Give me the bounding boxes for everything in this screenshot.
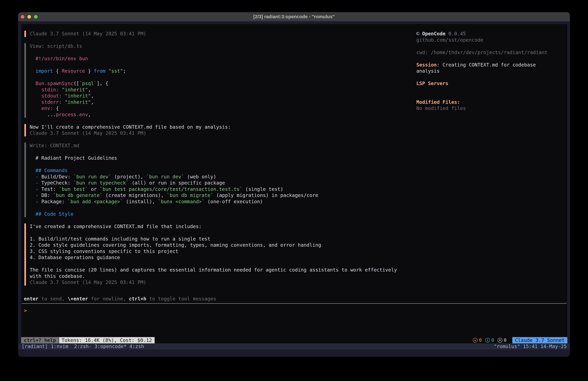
text-segment: stdin — [41, 87, 56, 92]
assistant-message-line: 4. Database operations guidance — [30, 254, 120, 261]
text-segment — [30, 68, 36, 74]
tool-output-line: Bun.spawnSync([`psql`], { — [30, 80, 108, 87]
text-segment: , — [91, 93, 94, 99]
text-segment — [30, 168, 36, 173]
text-segment: /usr/bin/env bun — [41, 56, 88, 61]
text-segment: Claude 3.7 Sonnet (14 May 2025 03:41 PM) — [30, 31, 146, 37]
text-segment: from — [94, 68, 105, 74]
hint-circle-icon: h — [498, 338, 502, 343]
text-segment: - — [36, 186, 38, 192]
text-segment: Modified Files: — [416, 99, 460, 105]
text-segment: : — [56, 87, 59, 92]
text-segment: 4. Database operations guidance — [30, 255, 120, 260]
text-segment: or — [88, 186, 100, 192]
model-chip: Claude 3.7 Sonnet — [512, 337, 567, 343]
text-segment: ([ — [73, 81, 79, 86]
info-count: 0 — [491, 337, 494, 343]
text-segment: `bunx <command>` — [158, 199, 205, 204]
tool-output-line: ## Code Style — [30, 211, 73, 217]
text-segment: Test: — [38, 186, 59, 192]
text-segment: © — [416, 31, 422, 37]
text-segment: 1. Build/lint/test commands including ho… — [30, 236, 210, 242]
assistant-accent-bar — [24, 124, 26, 136]
text-segment: `bun add <package>` — [68, 199, 123, 204]
text-segment: OpenCode — [422, 31, 445, 37]
text-segment: (apply migrations) in packages/core — [213, 192, 318, 198]
text-segment: github.com/sst/opencode — [416, 37, 483, 43]
text-segment: Build/Dev: — [38, 174, 73, 179]
text-segment: { — [53, 68, 62, 74]
hint-segment: for newline, — [88, 296, 129, 302]
text-segment: `bun db migrate` — [167, 192, 213, 198]
text-segment — [30, 192, 36, 198]
text-segment: "inherit" — [65, 93, 91, 99]
repo-url: github.com/sst/opencode — [416, 37, 483, 43]
app-version: © OpenCode 0.0.45 — [416, 31, 466, 37]
tmux-host-clock: "romulus" 15:41 14-May-25 — [494, 343, 567, 350]
text-segment: ## Code Style — [36, 211, 73, 217]
assistant-message-line: Claude 3.7 Sonnet (14 May 2025 03:41 PM) — [30, 130, 146, 136]
text-segment: , — [88, 112, 91, 117]
screen: [2/3] radiant:3:opencode - "romulus" Cla… — [0, 0, 588, 381]
status-bar-spacer — [155, 337, 473, 343]
cwd: cwd: /home/thdxr/dev/projects/radiant/ra… — [416, 49, 547, 56]
assistant-message-line: Now I'll create a comprehensive CONTEXT.… — [30, 124, 231, 130]
hint-segment: enter — [24, 296, 38, 302]
text-segment — [30, 211, 36, 217]
text-segment: (create migrations), — [103, 192, 167, 198]
text-segment: , — [88, 87, 91, 92]
text-segment — [62, 99, 65, 105]
text-segment: env — [41, 105, 50, 111]
prompt-input[interactable]: > — [24, 308, 565, 327]
text-segment — [30, 87, 41, 92]
tmux-session-windows: [radiant] 1:nvim 2:zsh- 3:opencode* 4:zs… — [22, 343, 144, 350]
text-segment: 2. Code style guidelines covering import… — [30, 242, 321, 248]
text-segment — [105, 68, 108, 74]
tool-output-line: Write: CONTEXT.md — [30, 143, 79, 149]
text-segment: I've created a comprehensive CONTEXT.md … — [30, 224, 202, 229]
text-segment — [30, 99, 41, 105]
text-segment: - — [36, 192, 38, 198]
warning-circle-icon: w — [473, 338, 478, 343]
info-circle-icon: i — [485, 338, 490, 343]
text-segment: "inherit" — [65, 99, 91, 105]
text-segment: { — [53, 105, 59, 111]
status-bar: ctrl+? help Tokens: 16.4K (8%), Cost: $0… — [21, 337, 567, 343]
tool-output-line: - DB: `bun db generate` (create migratio… — [30, 192, 318, 199]
text-segment: View: script/db.ts — [30, 43, 82, 49]
assistant-message-line: Claude 3.7 Sonnet (14 May 2025 03:41 PM) — [30, 31, 146, 37]
text-segment: # — [30, 56, 38, 61]
assistant-message-line: 3. CSS styling conventions specific to t… — [30, 248, 178, 255]
text-segment: with this codebase. — [30, 273, 85, 279]
text-segment: ## Commands — [36, 168, 68, 173]
text-segment: : Creating CONTEXT.md for codebase — [437, 62, 536, 68]
text-segment: : — [59, 99, 62, 105]
tool-output-line: # Radiant Project Guidelines — [30, 155, 117, 161]
text-segment: "sst" — [108, 68, 123, 74]
tool-output-line: stderr: "inherit", — [30, 99, 94, 105]
tool-output-line: env: { — [30, 105, 59, 112]
text-segment: `bun run typecheck` — [73, 180, 129, 186]
tokens-cost-chip: Tokens: 16.4K (8%), Cost: $0.12 — [59, 337, 155, 343]
text-segment: (one-off execution) — [205, 199, 263, 204]
text-segment: `bun test` — [59, 186, 88, 192]
tool-output-line: #!/usr/bin/env bun — [30, 56, 88, 62]
text-segment: No modified files — [416, 105, 466, 111]
hint-circle-group: h0 — [498, 337, 506, 343]
text-segment: (all) or run in specific package — [129, 180, 225, 186]
hint-segment: to send, — [38, 296, 68, 302]
tool-output-line: - Build/Dev: `bun run dev` (project), `b… — [30, 174, 216, 180]
text-segment: analysis — [416, 68, 440, 74]
session-title-wrap: analysis — [416, 68, 440, 74]
text-segment: - — [36, 174, 38, 179]
text-segment: Resource — [62, 68, 85, 74]
text-segment: "inherit" — [62, 87, 88, 92]
text-segment: Package: — [38, 199, 68, 204]
tmux-status-bar: [radiant] 1:nvim 2:zsh- 3:opencode* 4:zs… — [18, 343, 570, 350]
text-segment: : — [59, 93, 62, 99]
text-segment: Now I'll create a comprehensive CONTEXT.… — [30, 124, 231, 130]
titlebar: [2/3] radiant:3:opencode - "romulus" — [18, 12, 570, 22]
tool-output-line: stdout: "inherit", — [30, 93, 94, 99]
tool-accent-bar — [24, 43, 26, 118]
session-title: Session: Creating CONTEXT.md for codebas… — [416, 62, 536, 68]
